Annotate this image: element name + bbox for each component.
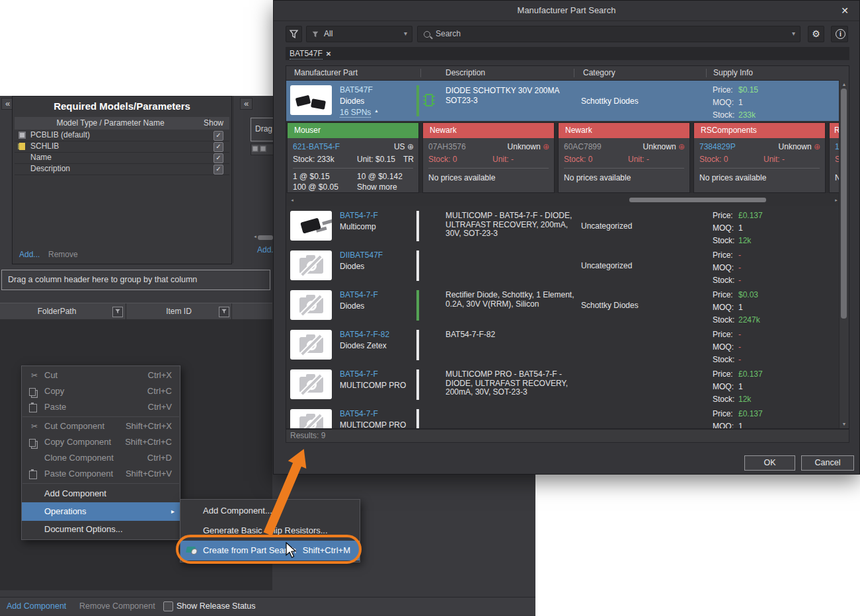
ok-button[interactable]: OK [744, 455, 795, 471]
results-vertical-scrollbar[interactable]: ▲ ▼ [839, 80, 849, 428]
remove-model-button[interactable]: Remove [48, 250, 78, 259]
supplier-card-rscomponents[interactable]: RSComponents 7384829P Unknown ⊕ Stock: 0… [693, 122, 826, 193]
result-row[interactable]: BAT54-7-F-82 Diodes Zetex BAT54-7-F-82 P… [286, 325, 841, 366]
results-header: Manufacturer Part Description Category S… [286, 66, 849, 81]
hscroll-thumb[interactable] [258, 235, 273, 240]
part-category: Schottky Diodes [581, 301, 693, 310]
cancel-button[interactable]: Cancel [801, 455, 854, 471]
menu-item-paste-component[interactable]: Paste ComponentShift+Ctrl+V [22, 466, 180, 482]
item-id-filter-icon[interactable] [219, 307, 229, 317]
remove-tag-icon[interactable]: ✕ [326, 50, 331, 58]
part-number-link[interactable]: BAT547F [340, 85, 373, 95]
no-photo-icon [299, 377, 323, 393]
column-description[interactable]: Description [446, 66, 485, 80]
model-row-name[interactable]: Name ✓ [15, 152, 229, 164]
supplier-card-mouser[interactable]: Mouser 621-BAT54-F US ⊕ Stock: 233k Unit… [287, 122, 419, 193]
vscroll-thumb[interactable] [841, 89, 847, 319]
close-icon[interactable]: ✕ [838, 1, 851, 20]
add-model-button[interactable]: Add... [19, 250, 40, 259]
price-breaks: 1 @ $0.1510 @ $0.142 100 @ $0.05Show mor… [293, 171, 414, 192]
supply-info: Price:$0.03 MOQ:1 Stock:2247k [713, 289, 760, 327]
result-row[interactable]: BAT54-7-F Multicomp MULTICOMP - BAT54-7-… [286, 206, 841, 247]
result-row[interactable]: BAT54-7-F MULTICOMP PRO Price:£0.137 MOQ… [286, 404, 841, 429]
lifecycle-bar [416, 85, 419, 116]
menu-item-copy[interactable]: CopyCtrl+C [22, 383, 180, 399]
remove-component-button[interactable]: Remove Component [79, 597, 155, 615]
menu-item-document-options[interactable]: Document Options... [22, 521, 180, 538]
supplier-part-link[interactable]: 621-BAT54-F [293, 142, 340, 151]
no-photo-icon [299, 297, 323, 313]
cards-horizontal-scrollbar[interactable]: ◂ ▸ [286, 196, 841, 204]
folderpath-filter-icon[interactable] [112, 307, 123, 317]
column-category[interactable]: Category [583, 66, 615, 80]
no-photo-thumbnail [290, 330, 332, 360]
part-number-link[interactable]: BAT54-7-F [340, 409, 378, 418]
model-row-pcblib[interactable]: PCBLIB (default) ✓ [15, 130, 229, 141]
add-button-fragment[interactable]: Add. [257, 245, 274, 254]
supplier-card-newark-2[interactable]: Newark 60AC7899 Unknown ⊕ Stock: 0Unit: … [558, 122, 690, 193]
show-release-status-checkbox[interactable] [163, 601, 173, 611]
column-item-id[interactable]: Item ID [126, 303, 231, 319]
supplier-part-link[interactable]: 7384829P [699, 142, 736, 151]
occluded-panel: « Drag ◂ Add. [233, 96, 273, 263]
show-checkbox[interactable]: ✓ [214, 153, 223, 163]
show-checkbox[interactable]: ✓ [214, 142, 223, 152]
part-number-link[interactable]: BAT54-7-F [340, 290, 378, 299]
hscroll-thumb[interactable] [629, 198, 766, 202]
lifecycle-bar [416, 330, 419, 360]
supplier-name: Mouser [288, 123, 418, 138]
search-tag[interactable]: BAT547F [290, 49, 323, 59]
menu-item-cut-component[interactable]: ✂ Cut ComponentShift+Ctrl+X [22, 418, 180, 434]
menu-item-copy-component[interactable]: Copy ComponentShift+Ctrl+C [22, 434, 180, 450]
menu-item-add-component[interactable]: Add Component [22, 485, 180, 502]
collapse-panel-icon[interactable]: « [240, 98, 253, 110]
column-folderpath[interactable]: FolderPath [0, 303, 114, 319]
part-number-link[interactable]: DIIBAT547F [340, 250, 383, 260]
scroll-up-icon[interactable]: ▲ [840, 82, 849, 87]
column-supply-info[interactable]: Supply Info [713, 66, 753, 80]
model-row-schlib[interactable]: SCHLIB ✓ [15, 141, 229, 153]
show-more-link[interactable]: Show more [357, 182, 397, 193]
chevron-down-icon[interactable]: ▾ [792, 30, 795, 37]
part-number-link[interactable]: BAT54-7-F [340, 211, 378, 220]
part-description: BAT54-7-F-82 [446, 330, 575, 340]
part-number-link[interactable]: BAT54-7-F-82 [340, 330, 389, 339]
menu-item-operations[interactable]: Operations ▸ [22, 502, 180, 521]
supplier-card-newark-1[interactable]: Newark 07AH3576 Unknown ⊕ Stock: 0Unit: … [422, 122, 555, 193]
column-divider [231, 303, 232, 319]
result-row[interactable]: DIIBAT547F Diodes Uncategorized Price:- … [286, 246, 841, 286]
model-row-label: SCHLIB [30, 141, 59, 151]
filter-button[interactable] [286, 26, 302, 42]
results-table: Manufacturer Part Description Category S… [286, 65, 849, 429]
result-row[interactable]: BAT54-7-F MULTICOMP PRO MULTICOMP PRO - … [286, 365, 841, 405]
column-model-type[interactable]: Model Type / Parameter Name [15, 117, 206, 130]
search-input[interactable]: Search ▾ [417, 26, 801, 42]
info-button[interactable]: i [831, 26, 848, 42]
result-row-selected[interactable]: BAT547F Diodes 16 SPNs ▲ DIODE SCHOTTKY … [286, 81, 841, 121]
part-category: Uncategorized [581, 221, 693, 231]
show-checkbox[interactable]: ✓ [214, 165, 223, 174]
result-row[interactable]: BAT54-7-F Diodes Rectifier Diode, Schott… [286, 286, 841, 326]
part-number-link[interactable]: BAT54-7-F [340, 369, 378, 379]
settings-button[interactable]: ⚙ [808, 26, 824, 42]
no-prices-label: No prices available [428, 173, 495, 182]
menu-item-paste[interactable]: PasteCtrl+V [22, 399, 180, 415]
scroll-left-icon[interactable]: ◂ [288, 198, 297, 203]
scroll-down-icon[interactable]: ▼ [840, 422, 849, 426]
scissors-icon: ✂ [27, 367, 42, 383]
show-checkbox[interactable]: ✓ [214, 131, 223, 141]
funnel-icon [289, 29, 299, 39]
column-show[interactable]: Show [204, 117, 223, 130]
column-manufacturer-part[interactable]: Manufacturer Part [294, 66, 358, 80]
search-scope-dropdown[interactable]: All ▾ [306, 26, 412, 42]
manufacturer-name: Diodes [340, 96, 364, 106]
spns-link[interactable]: 16 SPNs [340, 108, 371, 118]
group-by-hint-bar[interactable]: Drag a column header here to group by th… [1, 270, 270, 290]
menu-item-cut[interactable]: ✂ CutCtrl+X [22, 367, 180, 383]
manufacturer-name: MULTICOMP PRO [340, 420, 406, 429]
model-row-description[interactable]: Description ✓ [15, 163, 229, 175]
add-component-button[interactable]: Add Component [7, 597, 66, 615]
menu-item-clone-component[interactable]: Clone ComponentCtrl+D [22, 450, 180, 466]
copy-icon [29, 388, 36, 396]
manufacturer-name: Diodes Zetex [340, 341, 387, 350]
